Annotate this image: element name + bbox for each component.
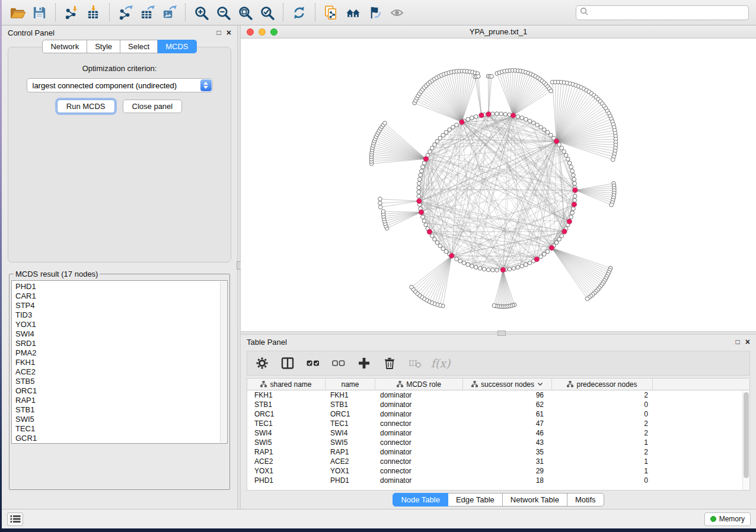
tab-select[interactable]: Select bbox=[120, 40, 158, 53]
maximize-window-icon[interactable] bbox=[270, 28, 277, 36]
refresh-icon[interactable] bbox=[288, 2, 310, 23]
save-session-icon[interactable] bbox=[28, 2, 50, 23]
tab-mcds[interactable]: MCDS bbox=[158, 40, 196, 53]
optimization-criterion-label: Optimization criterion: bbox=[8, 64, 231, 73]
minimize-window-icon[interactable] bbox=[259, 28, 266, 36]
column-header-name[interactable]: name bbox=[326, 379, 375, 390]
search-icon bbox=[580, 7, 589, 18]
column-header-shared-name[interactable]: shared name bbox=[247, 379, 326, 390]
result-item[interactable]: SWI4 bbox=[15, 329, 219, 339]
result-item[interactable]: TEC1 bbox=[15, 424, 219, 434]
toggle-panes-icon[interactable] bbox=[280, 355, 295, 371]
apply-style-icon[interactable] bbox=[364, 2, 386, 23]
tab-motifs[interactable]: Motifs bbox=[567, 493, 604, 507]
export-image-icon[interactable] bbox=[158, 2, 180, 23]
splitter-grip[interactable] bbox=[497, 331, 506, 336]
result-item[interactable]: FKH1 bbox=[15, 358, 219, 367]
scrollbar-thumb[interactable] bbox=[744, 392, 749, 478]
result-item[interactable]: PHD1 bbox=[15, 282, 219, 291]
result-item[interactable]: STB5 bbox=[15, 377, 219, 386]
table-row[interactable]: PHD1PHD1dominator180 bbox=[247, 476, 749, 485]
network-window-title: YPA_prune.txt_1 bbox=[470, 27, 527, 36]
network-window-titlebar[interactable]: YPA_prune.txt_1 bbox=[241, 25, 756, 39]
zoom-out-icon[interactable] bbox=[212, 2, 234, 23]
result-item[interactable]: RAP1 bbox=[15, 396, 219, 405]
task-history-button[interactable] bbox=[7, 512, 23, 526]
table-row[interactable]: SWI5SWI5connector431 bbox=[247, 438, 749, 447]
table-cell: TEC1 bbox=[247, 419, 326, 428]
result-item[interactable]: GCR1 bbox=[15, 434, 219, 443]
table-cell: ORC1 bbox=[326, 410, 375, 418]
close-panel-icon[interactable]: × bbox=[745, 338, 750, 346]
column-header-successor-nodes[interactable]: successor nodes bbox=[463, 379, 552, 390]
table-row[interactable]: TEC1TEC1connector472 bbox=[247, 419, 749, 428]
tab-network[interactable]: Network bbox=[42, 40, 87, 53]
float-window-icon[interactable]: □ bbox=[736, 338, 740, 345]
table-row[interactable]: ACE2ACE2connector311 bbox=[247, 457, 749, 466]
tab-style[interactable]: Style bbox=[87, 40, 120, 53]
result-scrollbar[interactable] bbox=[220, 281, 227, 443]
show-hide-icon[interactable] bbox=[386, 2, 408, 23]
table-row[interactable]: SWI4SWI4dominator462 bbox=[247, 428, 749, 438]
import-table-icon[interactable] bbox=[82, 2, 104, 23]
first-neighbors-icon[interactable] bbox=[342, 2, 364, 23]
network-canvas[interactable] bbox=[241, 39, 756, 331]
delete-column-icon[interactable] bbox=[382, 355, 397, 371]
table-row[interactable]: FKH1FKH1dominator962 bbox=[247, 390, 749, 400]
result-item[interactable]: YOX1 bbox=[15, 320, 219, 329]
add-column-icon[interactable] bbox=[356, 355, 372, 371]
memory-status-icon bbox=[710, 516, 716, 522]
search-box[interactable] bbox=[576, 5, 749, 20]
result-item[interactable]: SWI5 bbox=[15, 415, 219, 424]
new-network-from-selection-icon[interactable] bbox=[320, 2, 342, 23]
settings-gear-icon[interactable] bbox=[254, 355, 270, 371]
result-item[interactable]: TID3 bbox=[15, 310, 219, 320]
table-row[interactable]: STB1STB1dominator620 bbox=[247, 400, 749, 409]
zoom-selected-icon[interactable] bbox=[256, 2, 278, 23]
table-cell: dominator bbox=[375, 448, 463, 456]
table-row[interactable]: ORC1ORC1dominator610 bbox=[247, 409, 749, 419]
memory-button[interactable]: Memory bbox=[704, 512, 751, 526]
result-item[interactable]: STP4 bbox=[15, 301, 219, 310]
result-item[interactable]: PMA2 bbox=[15, 348, 219, 358]
table-cell: 1 bbox=[552, 457, 653, 466]
table-row[interactable]: RAP1RAP1dominator352 bbox=[247, 447, 749, 457]
close-window-icon[interactable] bbox=[247, 28, 254, 36]
export-table-icon[interactable] bbox=[136, 2, 158, 23]
table-body: FKH1FKH1dominator962STB1STB1dominator620… bbox=[247, 390, 749, 485]
search-input[interactable] bbox=[591, 8, 745, 17]
tab-network-table[interactable]: Network Table bbox=[503, 493, 567, 507]
table-scrollbar[interactable] bbox=[742, 391, 749, 490]
zoom-fit-icon[interactable] bbox=[234, 2, 256, 23]
table-toolbar: f(x) bbox=[247, 351, 750, 376]
tab-edge-table[interactable]: Edge Table bbox=[448, 493, 503, 507]
mcds-result-list[interactable]: PHD1CAR1STP4TID3YOX1SWI4SRD1PMA2FKH1ACE2… bbox=[11, 280, 228, 444]
open-file-icon[interactable] bbox=[7, 2, 28, 23]
close-panel-icon[interactable]: × bbox=[227, 28, 231, 37]
zoom-in-icon[interactable] bbox=[190, 2, 212, 23]
column-header-predecessor-nodes[interactable]: predecessor nodes bbox=[552, 379, 653, 390]
horizontal-splitter[interactable] bbox=[241, 331, 756, 335]
network-window: YPA_prune.txt_1 bbox=[241, 25, 756, 331]
table-cell: dominator bbox=[375, 410, 463, 418]
import-network-icon[interactable] bbox=[60, 2, 82, 23]
result-item[interactable]: STB1 bbox=[15, 405, 219, 415]
result-item[interactable]: CAR1 bbox=[15, 291, 219, 301]
float-window-icon[interactable]: □ bbox=[217, 29, 221, 36]
column-header-mcds-role[interactable]: MCDS role bbox=[375, 379, 463, 390]
select-all-checkboxes-icon[interactable] bbox=[305, 355, 321, 371]
result-item[interactable]: ACE2 bbox=[15, 367, 219, 377]
table-cell: 96 bbox=[463, 391, 552, 399]
result-item[interactable]: SRD1 bbox=[15, 339, 219, 348]
close-panel-button[interactable]: Close panel bbox=[123, 100, 183, 113]
table-cell: 47 bbox=[463, 419, 552, 428]
export-network-icon[interactable] bbox=[114, 2, 136, 23]
result-item[interactable]: ORC1 bbox=[15, 386, 219, 396]
table-row[interactable]: YOX1YOX1connector291 bbox=[247, 466, 749, 476]
tab-node-table[interactable]: Node Table bbox=[393, 493, 448, 507]
criterion-dropdown[interactable]: largest connected component (undirected) bbox=[27, 78, 213, 92]
toolbar-separator bbox=[185, 4, 186, 21]
deselect-all-checkboxes-icon[interactable] bbox=[331, 355, 346, 371]
table-cell: connector bbox=[375, 467, 463, 475]
run-mcds-button[interactable]: Run MCDS bbox=[57, 100, 115, 113]
